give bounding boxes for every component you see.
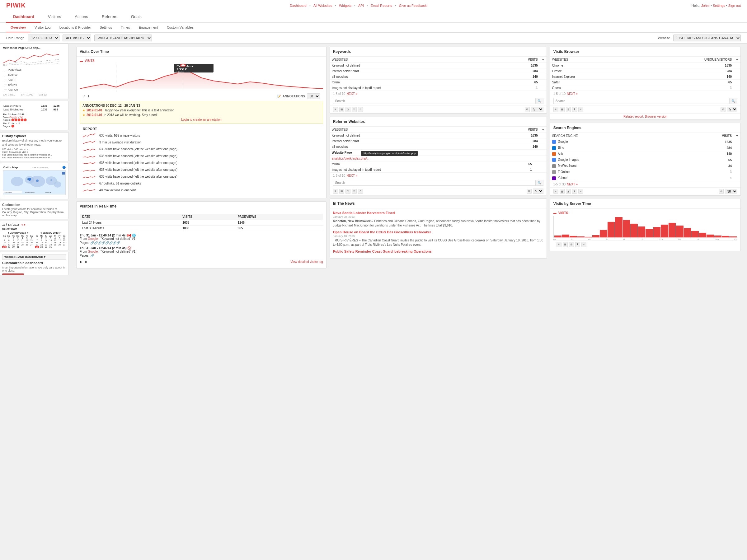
- annotations-count-select[interactable]: 30: [307, 93, 320, 99]
- realtime-mini-panel: Last 24 Hours 1635 1246 Last 30 Minutes …: [0, 101, 69, 130]
- website-select[interactable]: FISHERIES AND OCEANS CANADA: [673, 34, 741, 42]
- table-row: forum 65: [330, 80, 546, 85]
- share-icon4[interactable]: ↗: [578, 189, 583, 194]
- export-icon[interactable]: ⬆: [352, 107, 357, 112]
- email-reports-link[interactable]: Email Reports: [371, 4, 392, 7]
- tab-actions[interactable]: Actions: [68, 11, 95, 23]
- tab-visitors[interactable]: Visitors: [41, 11, 68, 23]
- website-page-link[interactable]: analytics/piwik/index.php/...: [332, 157, 369, 160]
- table-view-icon[interactable]: ≡: [333, 107, 338, 112]
- export-icon5[interactable]: ⬆: [575, 242, 580, 247]
- pause-icon[interactable]: ⏸: [84, 260, 87, 264]
- add-widget-button[interactable]: Add a Widget: [2, 273, 24, 275]
- browser-next-link[interactable]: NEXT »: [567, 92, 578, 96]
- bar-view-icon5[interactable]: ▦: [563, 242, 568, 247]
- table-row: Safari 65: [550, 80, 741, 85]
- right-column: Visits Browser WEBSITES UNIQUE VISITORS …: [550, 47, 741, 272]
- widgets-link[interactable]: Widgets: [339, 4, 352, 7]
- news-title-2[interactable]: Open House on Board the CCGS Des Groseil…: [333, 230, 543, 234]
- bar: [577, 236, 584, 237]
- create-annotation-link[interactable]: Login to create an annotation: [181, 118, 222, 121]
- config-icon2[interactable]: ⚙: [526, 189, 532, 194]
- tab-referers[interactable]: Referers: [95, 11, 124, 23]
- username-link[interactable]: John!: [701, 4, 710, 7]
- keywords-table: WEBSITES VISITS ▼ Keyword not defined 16…: [330, 57, 546, 91]
- export-icon2[interactable]: ⬆: [352, 189, 357, 194]
- share-icon5[interactable]: ↗: [582, 242, 586, 247]
- bar-view-icon2[interactable]: ▦: [339, 189, 344, 194]
- bar: [729, 236, 737, 237]
- visitors-realtime-widget: Visitors in Real-Time DATE VISITS PAGEVI…: [76, 201, 327, 268]
- keywords-rows-select[interactable]: 5 10: [531, 107, 543, 112]
- pie-view-icon[interactable]: ◔: [345, 107, 351, 112]
- search-engines-next-link[interactable]: NEXT »: [567, 183, 578, 186]
- topbar: PIWIK Dashboard • All Websites • Widgets…: [0, 0, 747, 11]
- search-engines-rows-select[interactable]: 30: [725, 189, 737, 194]
- referrer-rows-select[interactable]: 5: [533, 189, 543, 194]
- export-icon3[interactable]: ⬆: [572, 107, 577, 112]
- date-range-select[interactable]: 12 / 13 / 2013: [28, 34, 59, 42]
- visits-filter-select[interactable]: ALL VISITS: [62, 34, 91, 42]
- api-link[interactable]: API: [358, 4, 364, 7]
- feedback-link[interactable]: Give us Feedback!: [399, 4, 428, 7]
- news-title-3[interactable]: Public Safety Reminder Coast Guard Icebr…: [333, 249, 543, 253]
- visits-over-time-title: Visits Over Time: [77, 47, 326, 57]
- referrer-search[interactable]: 🔍: [333, 180, 543, 186]
- widget-filter-select[interactable]: WIDGETS AND DASHBOARD: [94, 34, 152, 42]
- all-websites-link[interactable]: All Websites: [313, 4, 332, 7]
- bar-view-icon4[interactable]: ▦: [560, 189, 565, 194]
- keywords-next-link[interactable]: NEXT »: [346, 92, 357, 96]
- config-icon4[interactable]: ⚙: [719, 189, 724, 194]
- middle-column: Keywords WEBSITES VISITS ▼ Keywo: [330, 47, 547, 272]
- share-icon2[interactable]: ↗: [358, 189, 363, 194]
- subtab-overview[interactable]: Overview: [6, 23, 30, 32]
- table-view-icon3[interactable]: ≡: [553, 107, 558, 112]
- subtab-custom-variables[interactable]: Custom Variables: [162, 23, 198, 32]
- keywords-search-button[interactable]: 🔍: [535, 98, 543, 104]
- keywords-search[interactable]: 🔍: [333, 98, 543, 104]
- browser-search-button[interactable]: 🔍: [729, 98, 737, 104]
- table-view-icon5[interactable]: ≡: [557, 242, 562, 247]
- tonline-icon: [552, 170, 556, 174]
- view-visitor-log-link[interactable]: View detailed visitor log: [290, 260, 323, 264]
- bar-view-icon[interactable]: ▦: [339, 107, 344, 112]
- subtab-times[interactable]: Times: [117, 23, 134, 32]
- bar: [630, 224, 638, 237]
- pie-view-icon5[interactable]: ◔: [569, 242, 574, 247]
- browser-search-input[interactable]: [554, 98, 729, 104]
- pie-view-icon2[interactable]: ◔: [345, 189, 351, 194]
- browser-rows-select[interactable]: 5: [727, 107, 737, 112]
- table-view-icon4[interactable]: ≡: [553, 189, 558, 194]
- config-icon[interactable]: ⚙: [525, 107, 530, 112]
- referrer-next-link[interactable]: NEXT »: [346, 174, 357, 177]
- table-view-icon2[interactable]: ≡: [333, 189, 338, 194]
- bar-view-icon3[interactable]: ▦: [560, 107, 565, 112]
- play-icon[interactable]: ▶: [80, 260, 82, 264]
- signout-link[interactable]: Sign out: [728, 4, 741, 7]
- referrer-search-button[interactable]: 🔍: [535, 180, 543, 185]
- server-time-chart: 0h 2h 4h 6h 8h 10h 12h 14h 16h 18h 20h: [553, 216, 737, 240]
- pie-view-icon3[interactable]: ◔: [566, 107, 571, 112]
- keywords-search-input[interactable]: [333, 98, 535, 104]
- subtab-settings[interactable]: Settings: [95, 23, 117, 32]
- export-icon4[interactable]: ⬆: [572, 189, 577, 194]
- subtab-visitor-log[interactable]: Visitor Log: [30, 23, 55, 32]
- browser-search[interactable]: 🔍: [553, 98, 737, 104]
- subtab-locations[interactable]: Locations & Provider: [55, 23, 96, 32]
- referrer-search-input[interactable]: [333, 180, 535, 185]
- tab-goals[interactable]: Goals: [124, 11, 149, 23]
- config-icon3[interactable]: ⚙: [721, 107, 725, 112]
- metrics-chart: [3, 51, 62, 66]
- pie-view-icon4[interactable]: ◔: [566, 189, 571, 194]
- news-title-1[interactable]: Nova Scotia Lobster Harvesters Fined: [333, 211, 543, 215]
- subtab-engagement[interactable]: Engagement: [134, 23, 162, 32]
- share-icon[interactable]: ↗: [358, 107, 363, 112]
- annotation-item-1: ★ 2012-01-01 Happy new year everyone! Th…: [82, 109, 320, 112]
- dashboard-link[interactable]: Dashboard: [290, 4, 307, 7]
- share-icon3[interactable]: ↗: [578, 107, 583, 112]
- related-report-link[interactable]: Related report: Browser version: [550, 113, 741, 119]
- annotations-section: ANNOTATIONS 30 DEC '12 - 28 JAN '13 ★ 20…: [80, 102, 323, 124]
- settings-link[interactable]: Settings: [713, 4, 725, 7]
- search-engines-widget: Search Engines SEARCH ENGINE VISITS ▼: [550, 123, 741, 196]
- tab-dashboard[interactable]: Dashboard: [6, 11, 41, 23]
